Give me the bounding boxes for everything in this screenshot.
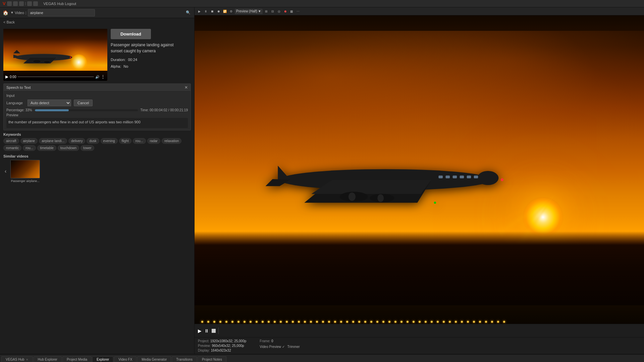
right-panel: ▶ ⏸ ⏹ ⏺ 🔁 ⚙ Preview (Half) ▼ ⊞ ⊟ ◎ ⏺ ▦ ⋯ xyxy=(195,7,644,354)
toolbar-redo-icon[interactable] xyxy=(33,1,38,6)
preview-btn-3[interactable]: ⏹ xyxy=(209,9,215,14)
topbar: V | VEGAS Hub Logout xyxy=(0,0,644,7)
keyword-airplane-landi[interactable]: airplane landi... xyxy=(39,138,67,144)
project-info: Project: 1920x1080x32; 25,000p Preview: … xyxy=(198,339,246,352)
back-link[interactable]: < Back xyxy=(3,20,15,24)
keywords-section: Keywords aircraft airplane airplane land… xyxy=(0,130,194,153)
preview-gear-icon[interactable]: ⚙ xyxy=(228,9,234,14)
keyword-timetable[interactable]: timetable xyxy=(37,145,56,151)
play-button[interactable]: ▶ xyxy=(198,328,202,334)
thumb-progress-bar[interactable] xyxy=(17,76,94,77)
preview-btn-5[interactable]: 🔁 xyxy=(222,9,227,14)
tab-project-notes[interactable]: Project Notes xyxy=(198,356,226,362)
keyword-airplane[interactable]: airplane xyxy=(20,138,38,144)
thumb-more-icon[interactable]: ⋮ xyxy=(101,74,105,79)
keyword-touchdown[interactable]: touchdown xyxy=(58,145,79,151)
download-button[interactable]: Download xyxy=(111,29,151,39)
keyword-flight[interactable]: flight xyxy=(119,138,131,144)
preview-more-icon[interactable]: ⋯ xyxy=(296,9,301,14)
svg-point-16 xyxy=(377,194,384,202)
search-input[interactable] xyxy=(28,9,95,16)
svg-point-6 xyxy=(70,57,71,58)
tab-vegas-hub-close[interactable]: ✕ xyxy=(26,358,29,361)
runway-lights xyxy=(195,321,644,322)
nav-video-label[interactable]: Video xyxy=(15,11,24,15)
svg-marker-11 xyxy=(278,166,290,180)
keyword-rou1[interactable]: rou... xyxy=(133,138,146,144)
app-logo: V xyxy=(3,1,6,6)
keyword-rou2[interactable]: rou... xyxy=(23,145,36,151)
svg-point-4 xyxy=(33,60,41,63)
preview-btn-2[interactable]: ⏸ xyxy=(203,9,208,14)
speech-language-select[interactable]: Auto detect xyxy=(28,100,71,106)
keyword-evening[interactable]: evening xyxy=(101,138,118,144)
tab-explorer[interactable]: Explorer xyxy=(92,356,113,362)
thumb-volume-icon[interactable]: 🔊 xyxy=(95,75,99,79)
speech-percentage-label: Percentage: 33% xyxy=(6,108,32,112)
keyword-relaxation[interactable]: relaxation xyxy=(162,138,181,144)
preview-snap-icon[interactable]: ⊟ xyxy=(270,9,275,14)
toolbar-new-icon[interactable] xyxy=(7,1,12,6)
search-icon[interactable]: 🔍 xyxy=(185,9,192,16)
keyword-delivery[interactable]: delivery xyxy=(68,138,85,144)
tab-hub-explorer-label: Hub Explorer xyxy=(38,358,57,361)
tab-media-generator[interactable]: Media Generator xyxy=(137,356,171,362)
similar-prev-arrow[interactable]: ‹ xyxy=(3,167,8,176)
toolbar-save-icon[interactable] xyxy=(19,1,24,6)
tab-video-fx[interactable]: Video FX xyxy=(114,356,137,362)
frame-info: Frame: 0 Video Preview ✓ Trimmer xyxy=(260,339,300,349)
keyword-tower[interactable]: tower xyxy=(80,145,94,151)
pause-button[interactable]: ⏸ xyxy=(204,328,209,334)
speech-dialog-close[interactable]: ✕ xyxy=(184,85,188,90)
video-thumbnail: ▶ 0:00 🔊 ⋮ xyxy=(3,29,107,81)
toolbar-open-icon[interactable] xyxy=(13,1,18,6)
keywords-title: Keywords xyxy=(3,132,191,136)
video-detail: ▶ 0:00 🔊 ⋮ Download Passenger airplane l… xyxy=(0,26,194,83)
preview-mode-arrow: ▼ xyxy=(258,9,261,13)
svg-rect-19 xyxy=(438,176,443,178)
preview-settings-icon[interactable]: ◎ xyxy=(276,9,282,14)
preview-btn-1[interactable]: ▶ xyxy=(197,9,202,14)
preview-record-icon[interactable]: ⏺ xyxy=(283,9,288,14)
preview-res-label: Preview: xyxy=(198,344,211,348)
preview-toolbar: ▶ ⏸ ⏹ ⏺ 🔁 ⚙ Preview (Half) ▼ ⊞ ⊟ ◎ ⏺ ▦ ⋯ xyxy=(195,7,644,15)
preview-mode-selector[interactable]: Preview (Half) ▼ xyxy=(235,9,263,14)
speech-cancel-button[interactable]: Cancel xyxy=(74,100,93,106)
svg-rect-21 xyxy=(453,176,457,178)
preview-controls: ▶ ⏸ xyxy=(195,324,644,337)
tab-project-media[interactable]: Project Media xyxy=(62,356,92,362)
tab-bar: VEGAS Hub ✕ Hub Explorer Project Media E… xyxy=(0,355,644,362)
preview-btn-4[interactable]: ⏺ xyxy=(216,9,221,14)
tab-hub-explorer[interactable]: Hub Explorer xyxy=(34,356,62,362)
preview-layout-icon[interactable]: ⊞ xyxy=(264,9,269,14)
speech-dialog-header: Speech to Text ✕ xyxy=(4,84,191,92)
keyword-romantic[interactable]: romantic xyxy=(3,145,21,151)
nav-sep: | xyxy=(25,11,26,15)
alpha-value: No xyxy=(123,64,128,68)
speech-language-label: Language xyxy=(6,101,25,105)
toolbar-undo-icon[interactable] xyxy=(27,1,32,6)
tab-project-notes-label: Project Notes xyxy=(202,358,222,361)
tab-transitions[interactable]: Transitions xyxy=(172,356,197,362)
similar-video-item[interactable]: Passenger airplane... xyxy=(10,160,40,183)
stop-button[interactable] xyxy=(212,329,216,333)
video-nav-arrow: ▼ xyxy=(10,11,14,14)
keyword-tags: aircraft airplane airplane landi... deli… xyxy=(3,138,191,151)
nav-video-link[interactable]: ▼ Video xyxy=(10,11,24,15)
tab-vegas-hub[interactable]: VEGAS Hub ✕ xyxy=(1,356,33,362)
similar-videos-section: Similar videos ‹ Passenger airplane... xyxy=(0,153,194,354)
duration-label: Duration: xyxy=(111,58,126,62)
home-icon[interactable]: 🏠 xyxy=(3,10,8,15)
keyword-radar[interactable]: radar xyxy=(147,138,160,144)
preview-split-icon[interactable]: ▦ xyxy=(289,9,294,14)
svg-point-14 xyxy=(348,193,356,201)
video-preview-toggle[interactable]: Video Preview ✓ xyxy=(260,345,285,349)
thumb-play-btn[interactable]: ▶ xyxy=(5,74,8,79)
speech-to-text-dialog: Speech to Text ✕ Input Language Auto det… xyxy=(3,83,191,130)
video-metadata: Duration: 00:24 Alpha: No xyxy=(111,57,191,70)
keyword-aircraft[interactable]: aircraft xyxy=(3,138,19,144)
trimmer-toggle[interactable]: Trimmer xyxy=(287,345,300,349)
app-icons: V | xyxy=(3,1,38,6)
speech-progress-bar-container xyxy=(35,109,138,111)
keyword-dusk[interactable]: dusk xyxy=(87,138,99,144)
